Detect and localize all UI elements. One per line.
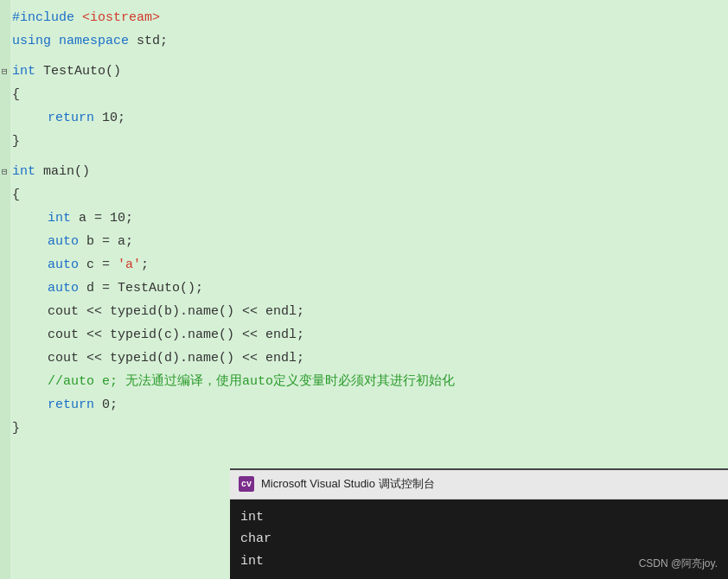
code-token: 0; <box>102 394 118 417</box>
spacer <box>0 54 728 60</box>
code-line: auto b = a; <box>0 231 728 254</box>
code-token: using <box>12 30 59 53</box>
code-line: cout << typeid(d).name() << endl; <box>0 347 728 371</box>
code-token: } <box>12 417 20 440</box>
code-token: { <box>12 184 20 207</box>
code-token: TestAuto() <box>35 60 121 83</box>
code-token: typeid(d).name() <box>110 347 234 370</box>
code-line: //auto e; 无法通过编译，使用auto定义变量时必须对其进行初始化 <box>0 371 728 394</box>
code-token: //auto e; 无法通过编译，使用auto定义变量时必须对其进行初始化 <box>48 371 455 393</box>
code-line: } <box>0 417 728 441</box>
console-title: Microsoft Visual Studio 调试控制台 <box>261 474 435 493</box>
console-output-line: int <box>240 506 718 529</box>
code-line: ⊟int main() <box>0 161 728 184</box>
code-token: << <box>234 347 265 370</box>
code-line: using namespace std; <box>0 30 728 54</box>
code-token: return <box>48 107 102 130</box>
code-token: d = TestAuto(); <box>79 277 203 300</box>
code-line: { <box>0 84 728 107</box>
code-line: cout << typeid(b).name() << endl; <box>0 301 728 324</box>
code-token: int <box>12 161 35 183</box>
code-token: b = a; <box>79 231 133 253</box>
code-line: int a = 10; <box>0 207 728 231</box>
code-token: } <box>12 130 20 153</box>
code-token: << <box>234 301 265 323</box>
code-token: ; <box>141 254 149 277</box>
spacer <box>0 154 728 161</box>
code-token: auto <box>48 277 79 300</box>
code-token: << <box>79 347 110 370</box>
code-token: cout <box>48 324 79 347</box>
code-token: main() <box>35 161 90 183</box>
code-token: << <box>79 324 110 347</box>
code-token: return <box>48 394 102 417</box>
code-token: cout <box>48 301 79 323</box>
code-line: cout << typeid(c).name() << endl; <box>0 324 728 347</box>
code-token: int <box>12 60 35 83</box>
vs-icon: cv <box>239 476 254 492</box>
console-overlay: cv Microsoft Visual Studio 调试控制台 int cha… <box>230 468 728 579</box>
code-token: 'a' <box>118 254 141 277</box>
code-token: << <box>79 301 110 323</box>
code-line: ⊟int TestAuto() <box>0 60 728 84</box>
code-token: { <box>12 84 20 106</box>
code-token: a = 10; <box>71 207 133 230</box>
code-line: return 10; <box>0 107 728 130</box>
code-token: std; <box>137 30 168 53</box>
code-token: #include <box>12 7 82 29</box>
code-token: int <box>48 207 71 230</box>
code-token: 10; <box>102 107 125 130</box>
code-token: typeid(c).name() <box>110 324 234 347</box>
code-token: endl; <box>265 324 304 347</box>
code-line: auto d = TestAuto(); <box>0 277 728 301</box>
code-line: #include <iostream> <box>0 7 728 30</box>
code-token: << <box>234 324 265 347</box>
code-token: auto <box>48 231 79 253</box>
code-token: <iostream> <box>82 7 160 29</box>
code-line: { <box>0 184 728 207</box>
code-token: endl; <box>265 301 304 323</box>
code-token: endl; <box>265 347 304 370</box>
code-token: namespace <box>59 30 137 53</box>
code-line: return 0; <box>0 394 728 417</box>
code-token: typeid(b).name() <box>110 301 234 323</box>
csdn-watermark: CSDN @阿亮joy. <box>639 555 718 572</box>
console-title-bar: cv Microsoft Visual Studio 调试控制台 <box>230 470 728 499</box>
fold-marker[interactable]: ⊟ <box>2 164 10 181</box>
editor-area: #include <iostream> using namespace std;… <box>0 0 728 579</box>
code-token: cout <box>48 347 79 370</box>
code-line: auto c = 'a'; <box>0 254 728 277</box>
console-output-line: char <box>240 528 718 550</box>
code-token: auto <box>48 254 79 277</box>
fold-marker[interactable]: ⊟ <box>2 64 10 80</box>
vs-icon-text: cv <box>241 477 252 492</box>
code-line: } <box>0 130 728 154</box>
code-token: c = <box>79 254 118 277</box>
